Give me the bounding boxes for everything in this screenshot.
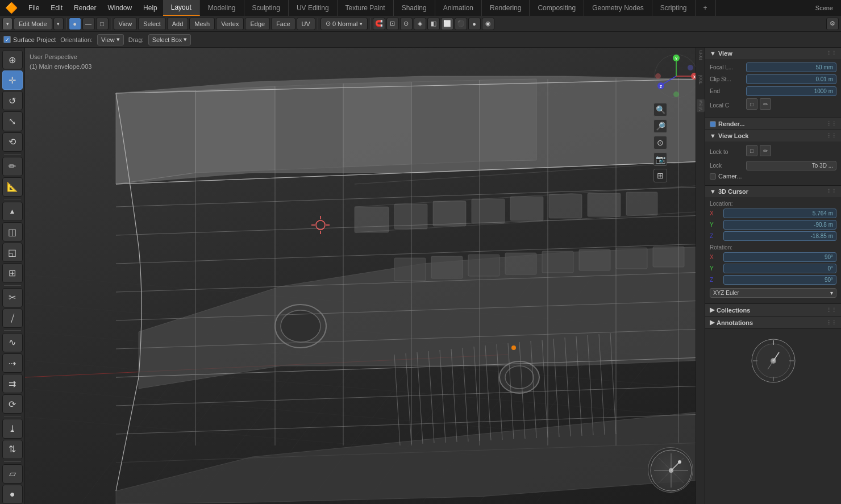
tool-rotate[interactable]: ↺ [2,91,23,110]
tab-modeling[interactable]: Modeling [200,0,244,16]
vertex-select-icon[interactable]: ● [69,18,81,30]
zoom-in-btn[interactable]: 🔍 [653,103,667,116]
cursor-z-value[interactable]: -18.85 m [723,231,836,241]
normal-dropdown[interactable]: ⊙ 0 Normal ▾ [320,18,368,30]
end-value[interactable]: 1000 m [746,86,836,96]
render-menu[interactable]: Render [68,0,102,16]
tab-shading[interactable]: Shading [394,0,435,16]
magnet-icon[interactable]: 🧲 [373,18,385,30]
euler-dropdown[interactable]: XYZ Euler ▾ [710,288,836,298]
tool-transform[interactable]: ⟲ [2,132,23,152]
tool-push-pull[interactable]: ⇅ [2,440,23,459]
tool-move[interactable]: ✛ [2,70,23,90]
render-section-header[interactable]: Render... ⋮⋮ [705,118,841,130]
file-menu[interactable]: File [23,0,45,16]
camera-btn[interactable]: 📷 [653,152,667,166]
object-icon[interactable]: ▾ [53,18,64,30]
tab-scripting[interactable]: Scripting [652,0,696,16]
mode-icon[interactable]: ▾ [2,18,13,30]
tool-measure[interactable]: 📐 [2,177,23,197]
face-select-icon[interactable]: □ [96,18,109,30]
add-btn[interactable]: Add [167,18,189,30]
focal-length-value[interactable]: 50 mm [746,63,836,72]
panel-compass[interactable] [751,338,796,384]
tool-tab[interactable]: Tool [698,75,703,87]
tab-sculpting[interactable]: Sculpting [244,0,289,16]
main-viewport[interactable]: .mesh-line { stroke: #888; stroke-width:… [25,48,705,504]
surface-project-checkbox[interactable]: ✓ Surface Project [3,36,56,43]
mesh-btn[interactable]: Mesh [189,18,215,30]
tool-scale[interactable]: ⤡ [2,111,23,131]
lock-to-icon2[interactable]: ✏ [760,145,771,156]
proportional-icon[interactable]: ⊙ [400,18,413,30]
scene-name[interactable]: Scene [812,3,836,13]
tab-compositing[interactable]: Compositing [530,0,584,16]
render-checkbox[interactable] [710,121,716,127]
view-tab[interactable]: View [697,99,705,112]
render-view-btn[interactable]: ⊞ [653,169,667,182]
view-section-header[interactable]: ▼ View ⋮⋮ [705,48,841,59]
tool-vertex-slide[interactable]: ⇢ [2,353,23,373]
tool-cursor[interactable]: ⊕ [2,50,23,69]
shading-render-icon[interactable]: ◉ [482,18,494,30]
tool-loop-cut[interactable]: ⊞ [2,263,23,282]
uv-btn[interactable]: UV [297,18,315,30]
edit-menu[interactable]: Edit [45,0,68,16]
overlay-icon[interactable]: ◈ [414,18,426,30]
xray-icon[interactable]: ◧ [427,18,440,30]
tab-uv-editing[interactable]: UV Editing [289,0,338,16]
camera-checkbox[interactable]: Camer... [710,173,742,180]
cursor-rx-value[interactable]: 90° [723,252,836,262]
collections-header[interactable]: ▶ Collections ⋮⋮ [705,304,841,316]
shading-wire-icon[interactable]: ⬜ [441,18,453,30]
tool-shear[interactable]: ▱ [2,464,23,484]
cursor-ry-value[interactable]: 0° [723,264,836,273]
zoom-out-btn[interactable]: 🔎 [653,119,667,133]
tool-annotate[interactable]: ✏ [2,157,23,176]
vertex-btn[interactable]: Vertex [216,18,244,30]
tab-rendering[interactable]: Rendering [482,0,530,16]
tool-shrink[interactable]: ⤓ [2,419,23,438]
view-btn[interactable]: View [114,18,138,30]
settings-icon[interactable]: ⚙ [826,18,839,30]
edge-select-icon[interactable]: — [82,18,95,30]
perspective-btn[interactable]: ⊙ [653,136,667,149]
tab-animation[interactable]: Animation [435,0,482,16]
axis-nav-sphere[interactable]: X Y Z [653,53,699,99]
lock-value[interactable]: To 3D ... [746,161,836,170]
shading-material-icon[interactable]: ● [468,18,481,30]
local-c-icon2[interactable]: ✏ [760,98,771,110]
cursor-rz-value[interactable]: 90° [723,275,836,285]
tool-edge-slide[interactable]: ⇉ [2,374,23,393]
drag-dropdown[interactable]: Select Box ▾ [148,34,191,45]
view-lock-header[interactable]: ▼ View Lock ⋮⋮ [705,130,841,141]
tool-extrude[interactable]: ▲ [2,202,23,221]
cursor-y-value[interactable]: -90.8 m [723,220,836,230]
lock-to-icon1[interactable]: □ [746,145,757,156]
tool-to-sphere[interactable]: ● [2,485,23,504]
cursor-section-header[interactable]: ▼ 3D Cursor ⋮⋮ [705,186,841,197]
edge-btn[interactable]: Edge [245,18,270,30]
select-btn[interactable]: Select [138,18,166,30]
local-c-icon1[interactable]: □ [746,98,757,110]
snap-icon[interactable]: ⊡ [386,18,399,30]
clip-start-value[interactable]: 0.01 m [746,74,836,84]
tool-smooth[interactable]: ∿ [2,333,23,352]
shading-solid-icon[interactable]: ⚫ [455,18,467,30]
annotations-header[interactable]: ▶ Annotations ⋮⋮ [705,316,841,328]
help-menu[interactable]: Help [138,0,163,16]
tab-layout[interactable]: Layout [163,0,200,16]
cursor-x-value[interactable]: 5.764 m [723,209,836,218]
tool-bisect[interactable]: ⧸ [2,309,23,328]
tool-bevel[interactable]: ◱ [2,243,23,262]
tool-knife[interactable]: ✂ [2,288,23,307]
tab-texture-paint[interactable]: Texture Paint [338,0,394,16]
item-tab[interactable]: Item [698,50,703,63]
orientation-dropdown[interactable]: View ▾ [97,34,124,45]
edit-mode-dropdown[interactable]: Edit Mode [14,18,52,30]
tool-spin[interactable]: ⟳ [2,394,23,414]
face-btn[interactable]: Face [271,18,295,30]
tool-inset[interactable]: ◫ [2,222,23,241]
window-menu[interactable]: Window [102,0,138,16]
tab-add[interactable]: + [696,0,716,16]
